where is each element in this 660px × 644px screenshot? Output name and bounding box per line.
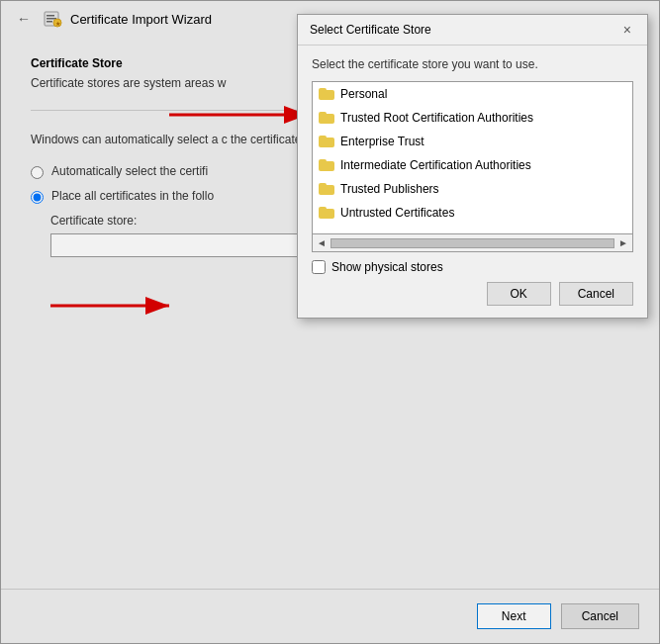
store-item-untrusted[interactable]: Untrusted Certificates bbox=[313, 201, 632, 225]
scroll-left-icon[interactable]: ◄ bbox=[315, 237, 329, 248]
store-item-personal-label: Personal bbox=[340, 87, 387, 101]
scroll-thumb[interactable] bbox=[330, 238, 614, 248]
modal-title: Select Certificate Store bbox=[310, 23, 431, 37]
store-item-enterprise-label: Enterprise Trust bbox=[340, 135, 424, 148]
store-item-intermediate[interactable]: Intermediate Certification Authorities bbox=[313, 153, 632, 177]
show-physical-row: Show physical stores bbox=[312, 260, 633, 274]
store-item-personal[interactable]: Personal bbox=[313, 82, 632, 106]
store-item-trusted-publishers[interactable]: Trusted Publishers bbox=[313, 177, 632, 201]
folder-icon bbox=[319, 207, 334, 219]
modal-instruction: Select the certificate store you want to… bbox=[312, 57, 633, 71]
folder-icon bbox=[319, 88, 334, 100]
modal-dialog: Select Certificate Store × Select the ce… bbox=[297, 14, 648, 319]
store-item-intermediate-label: Intermediate Certification Authorities bbox=[340, 158, 531, 172]
horizontal-scrollbar[interactable]: ◄ ► bbox=[312, 234, 633, 252]
store-item-trusted-publishers-label: Trusted Publishers bbox=[340, 182, 439, 196]
modal-titlebar: Select Certificate Store × bbox=[298, 15, 647, 46]
folder-icon bbox=[319, 136, 334, 147]
scroll-right-icon[interactable]: ► bbox=[616, 237, 630, 248]
store-list[interactable]: Personal Trusted Root Certification Auth… bbox=[312, 81, 633, 234]
modal-body: Select the certificate store you want to… bbox=[298, 46, 647, 318]
show-physical-checkbox[interactable] bbox=[312, 260, 326, 274]
modal-overlay: Select Certificate Store × Select the ce… bbox=[0, 0, 660, 644]
store-item-trusted-root[interactable]: Trusted Root Certification Authorities bbox=[313, 106, 632, 130]
store-item-enterprise[interactable]: Enterprise Trust bbox=[313, 130, 632, 153]
modal-close-button[interactable]: × bbox=[619, 23, 635, 37]
modal-buttons: OK Cancel bbox=[312, 282, 633, 306]
folder-icon bbox=[319, 183, 334, 195]
folder-icon bbox=[319, 159, 334, 171]
store-item-trusted-root-label: Trusted Root Certification Authorities bbox=[340, 111, 533, 125]
store-item-untrusted-label: Untrusted Certificates bbox=[340, 206, 454, 220]
ok-button[interactable]: OK bbox=[487, 282, 551, 306]
folder-icon bbox=[319, 112, 334, 124]
cancel-modal-button[interactable]: Cancel bbox=[559, 282, 633, 306]
show-physical-label: Show physical stores bbox=[331, 260, 443, 274]
